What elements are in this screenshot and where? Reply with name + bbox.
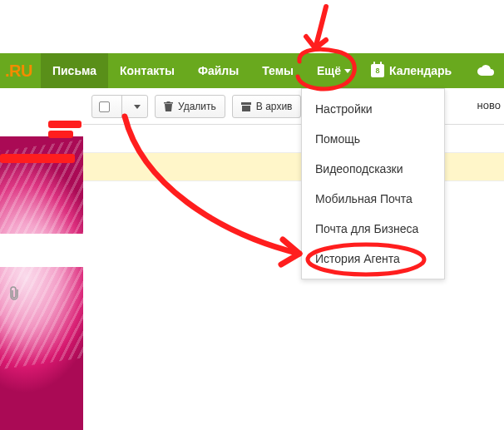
archive-label: В архив	[256, 101, 293, 112]
trash-icon	[164, 101, 173, 111]
top-gap	[0, 0, 504, 53]
redaction-mark	[0, 154, 75, 163]
calendar-icon: 8	[371, 64, 384, 77]
dd-mobile-mail[interactable]: Мобильная Почта	[302, 184, 444, 214]
dd-business-mail-label: Почта для Бизнеса	[315, 222, 418, 235]
nav-contacts[interactable]: Контакты	[108, 53, 186, 88]
calendar-day: 8	[375, 67, 379, 75]
redaction-mark	[48, 131, 73, 138]
nav-contacts-label: Контакты	[120, 64, 175, 77]
nav-mail-label: Письма	[52, 64, 96, 77]
sidebar	[0, 88, 83, 430]
archive-button[interactable]: В архив	[232, 95, 302, 118]
cloud-icon	[477, 65, 495, 77]
select-all-button[interactable]	[91, 95, 148, 118]
nav-mail[interactable]: Письма	[41, 53, 108, 88]
dd-videohints-label: Видеоподсказки	[315, 162, 403, 175]
delete-label: Удалить	[178, 101, 216, 112]
dd-agent-history[interactable]: История Агента	[302, 244, 444, 274]
nav-more-label: Ещё	[317, 64, 341, 77]
logo-text: .RU	[5, 62, 32, 81]
dd-agent-history-label: История Агента	[315, 252, 400, 265]
sidebar-top-area	[0, 88, 83, 136]
logo[interactable]: .RU	[0, 53, 41, 88]
checkbox-icon	[99, 101, 110, 112]
paperclip-icon	[8, 286, 22, 305]
chevron-down-icon	[344, 69, 351, 73]
dd-mobile-mail-label: Мобильная Почта	[315, 192, 413, 205]
chevron-down-icon	[134, 105, 141, 109]
nav-themes[interactable]: Темы	[250, 53, 305, 88]
nav-cloud[interactable]	[463, 53, 502, 88]
nav-files[interactable]: Файлы	[186, 53, 250, 88]
sidebar-mid-area	[0, 234, 83, 267]
dd-settings-label: Настройки	[315, 102, 373, 116]
delete-button[interactable]: Удалить	[155, 95, 225, 118]
nav-more[interactable]: Ещё	[305, 53, 359, 88]
nav-files-label: Файлы	[198, 64, 239, 77]
dd-settings[interactable]: Настройки	[302, 94, 444, 124]
redaction-mark	[48, 121, 82, 128]
archive-icon	[241, 102, 251, 111]
dd-videohints[interactable]: Видеоподсказки	[302, 154, 444, 184]
nav-calendar-label: Календарь	[389, 64, 452, 77]
nav-calendar[interactable]: 8 Календарь	[359, 53, 463, 88]
more-dropdown: Настройки Помощь Видеоподсказки Мобильна…	[301, 88, 445, 279]
main-navbar: .RU Письма Контакты Файлы Темы Ещё 8 Кал…	[0, 53, 504, 88]
dd-business-mail[interactable]: Почта для Бизнеса	[302, 214, 444, 244]
nav-themes-label: Темы	[262, 64, 294, 77]
dd-help[interactable]: Помощь	[302, 124, 444, 154]
dd-help-label: Помощь	[315, 132, 360, 146]
new-label: ново	[477, 99, 501, 111]
